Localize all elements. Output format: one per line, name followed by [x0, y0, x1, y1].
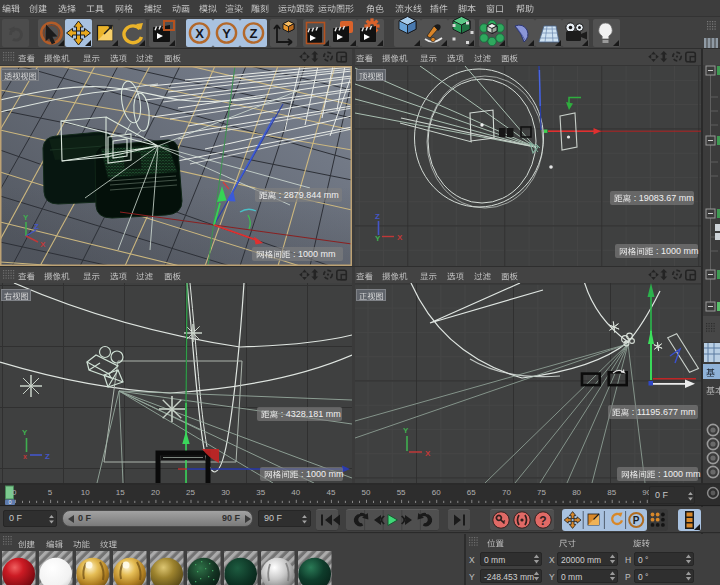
svg-text:?: ?	[539, 514, 546, 528]
svg-text:Z: Z	[45, 452, 50, 461]
svg-text:Y: Y	[403, 426, 409, 435]
svg-text:Y: Y	[222, 26, 231, 41]
svg-text:X: X	[397, 233, 403, 242]
svg-text:X: X	[195, 26, 204, 41]
svg-text:X: X	[40, 240, 46, 249]
svg-text:Y: Y	[23, 213, 29, 222]
svg-text:Z: Z	[375, 212, 380, 221]
svg-text:Y: Y	[375, 234, 381, 243]
svg-text:Y: Y	[22, 428, 28, 437]
svg-text:X: X	[425, 449, 431, 458]
svg-text:Z: Z	[34, 222, 39, 231]
svg-text:x: x	[23, 453, 27, 460]
svg-text:P: P	[633, 515, 640, 526]
svg-text:0: 0	[8, 499, 11, 505]
svg-text:Z: Z	[250, 26, 258, 41]
